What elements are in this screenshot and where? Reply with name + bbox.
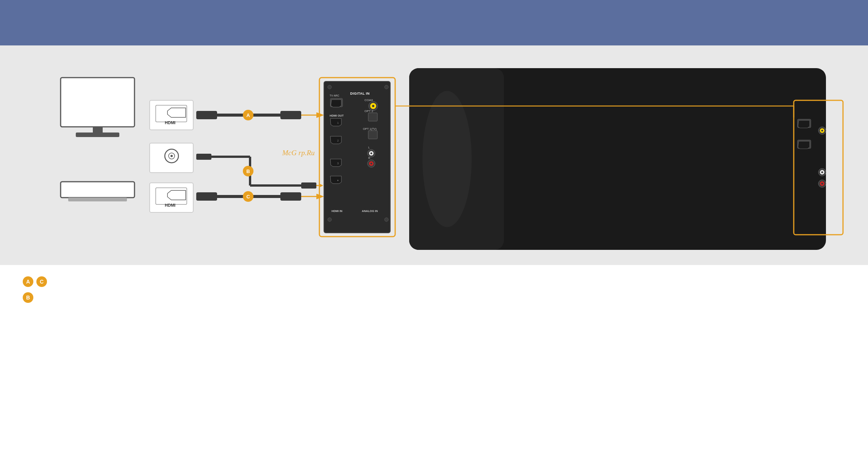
svg-point-10 — [170, 155, 173, 157]
svg-rect-20 — [196, 154, 211, 160]
svg-rect-2 — [76, 133, 119, 137]
svg-rect-43 — [368, 113, 377, 121]
badge-a: A — [23, 276, 33, 287]
svg-text:C: C — [246, 194, 250, 200]
svg-marker-91 — [319, 184, 323, 187]
svg-point-67 — [385, 85, 388, 89]
svg-text:L: L — [368, 146, 370, 149]
svg-rect-25 — [196, 192, 217, 201]
svg-rect-49 — [368, 131, 377, 139]
svg-text:HDMI: HDMI — [165, 203, 175, 207]
svg-point-83 — [821, 183, 823, 185]
svg-text:2: 2 — [337, 139, 339, 142]
top-banner — [0, 0, 868, 45]
svg-point-71 — [422, 91, 472, 227]
svg-text:HDMI OUT: HDMI OUT — [330, 114, 344, 117]
svg-text:ANALOG IN: ANALOG IN — [362, 209, 378, 213]
svg-rect-12 — [68, 198, 127, 201]
diagram-container: HDMI HDMI — [23, 57, 845, 254]
svg-point-64 — [328, 218, 332, 221]
svg-point-41 — [372, 105, 374, 107]
svg-text:R: R — [368, 157, 370, 159]
svg-point-77 — [821, 130, 823, 132]
svg-rect-19 — [280, 111, 301, 119]
diagram-svg: HDMI HDMI — [23, 57, 845, 254]
main-diagram-area: HDMI HDMI — [0, 45, 868, 265]
svg-text:1: 1 — [337, 122, 339, 124]
svg-text:3: 3 — [337, 162, 339, 165]
svg-rect-7 — [150, 143, 193, 173]
svg-text:A: A — [246, 112, 250, 118]
svg-point-80 — [821, 171, 823, 173]
svg-rect-11 — [61, 182, 135, 198]
bottom-area: A C B — [0, 265, 868, 310]
svg-point-66 — [328, 85, 332, 89]
svg-rect-27 — [280, 192, 301, 201]
svg-text:OPT 2: OPT 2 — [364, 109, 374, 113]
svg-text:COAX: COAX — [364, 98, 373, 102]
svg-point-58 — [371, 163, 372, 165]
badge-b: B — [23, 292, 33, 303]
svg-text:HDMI: HDMI — [165, 120, 175, 125]
svg-marker-89 — [319, 195, 323, 198]
svg-text:▾: ▾ — [337, 179, 339, 182]
svg-text:TV·ARC: TV·ARC — [330, 94, 339, 97]
svg-rect-0 — [61, 78, 135, 127]
svg-text:McG rp.Ru: McG rp.Ru — [282, 149, 314, 157]
svg-marker-87 — [319, 113, 323, 117]
svg-point-65 — [385, 218, 388, 221]
svg-point-54 — [371, 153, 372, 154]
badge-c: C — [36, 276, 47, 287]
svg-text:HDMI IN: HDMI IN — [332, 209, 343, 213]
svg-rect-24 — [301, 182, 316, 189]
svg-text:OPT 1(TV): OPT 1(TV) — [363, 127, 377, 131]
svg-text:B: B — [246, 168, 250, 174]
svg-text:DIGITAL IN: DIGITAL IN — [350, 92, 370, 95]
svg-rect-17 — [196, 111, 217, 119]
